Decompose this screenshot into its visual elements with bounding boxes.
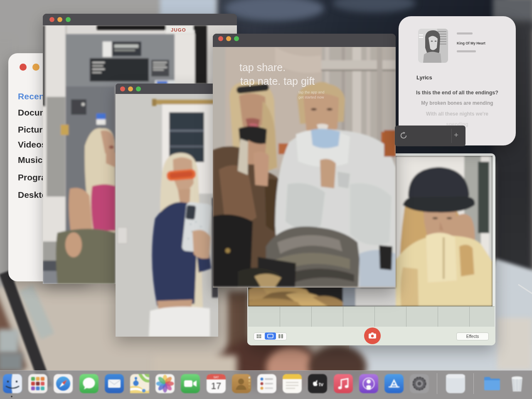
- svg-text:tv: tv: [319, 382, 323, 387]
- svg-text:tap nate. tap gift: tap nate. tap gift: [240, 75, 315, 87]
- svg-text:tap the app and: tap the app and: [298, 90, 325, 94]
- svg-text:get started now: get started now: [298, 95, 324, 99]
- svg-text:tap share.: tap share.: [239, 62, 286, 73]
- svg-text:SAT: SAT: [213, 376, 219, 379]
- svg-text:17: 17: [211, 381, 221, 391]
